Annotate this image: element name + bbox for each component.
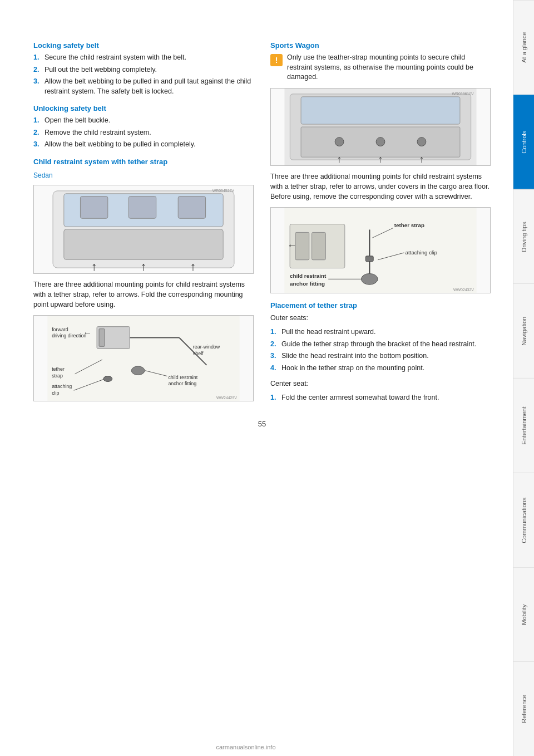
svg-text:tether: tether xyxy=(52,366,65,372)
svg-point-36 xyxy=(335,137,344,146)
sedan-diagram-top: ↑ ↑ ↑ WR054529V xyxy=(33,185,254,274)
svg-text:↑: ↑ xyxy=(141,259,147,273)
sidebar-tab-reference[interactable]: Reference xyxy=(513,661,534,756)
sidebar-tab-communications[interactable]: Communications xyxy=(513,473,534,567)
svg-text:child restraint: child restraint xyxy=(168,374,197,380)
sedan-heading: Sedan xyxy=(33,171,254,179)
sidebar-tab-at-a-glance[interactable]: At a glance xyxy=(513,0,534,95)
svg-text:WR054529V: WR054529V xyxy=(212,188,235,192)
svg-rect-10 xyxy=(47,316,239,401)
center-step-1: 1. Fold the center armrest somewhat towa… xyxy=(270,393,491,403)
wagon-diagram-bottom: ← tether strap attaching clip child rest… xyxy=(270,207,491,293)
left-column: Locking safety belt 1. Secure the child … xyxy=(33,33,254,409)
svg-rect-15 xyxy=(99,329,105,347)
locking-step-2: 2. Pull out the belt webbing completely. xyxy=(33,65,254,75)
locking-heading: Locking safety belt xyxy=(33,41,254,50)
outer-step-1: 1. Pull the head restraint upward. xyxy=(270,327,491,337)
svg-rect-3 xyxy=(128,196,156,218)
wagon-diagram-top: ↑ ↑ ↑ WR038610V xyxy=(270,88,491,166)
sports-wagon-note-text: Only use the teather-strap mounting poin… xyxy=(287,53,491,82)
svg-rect-4 xyxy=(178,196,205,218)
svg-text:clip: clip xyxy=(52,390,59,396)
svg-text:tether strap: tether strap xyxy=(394,222,424,228)
sidebar-tab-driving-tips[interactable]: Driving tips xyxy=(513,189,534,284)
sidebar: At a glance Controls Driving tips Naviga… xyxy=(513,0,534,756)
outer-seats-label: Outer seats: xyxy=(270,313,491,323)
svg-rect-2 xyxy=(80,196,107,218)
svg-text:←: ← xyxy=(287,240,297,251)
sidebar-tab-entertainment[interactable]: Entertainment xyxy=(513,378,534,473)
svg-text:↑: ↑ xyxy=(91,259,97,273)
svg-text:strap: strap xyxy=(52,372,63,378)
svg-text:↑: ↑ xyxy=(337,154,342,165)
svg-rect-45 xyxy=(295,232,309,259)
svg-text:↑: ↑ xyxy=(190,259,196,273)
outer-step-2: 2. Guide the tether strap through the br… xyxy=(270,340,491,350)
unlocking-step-3: 3. Allow the belt webbing to be pulled i… xyxy=(33,140,254,150)
unlocking-heading: Unlocking safety belt xyxy=(33,104,254,112)
watermark: carmanualsonline.info xyxy=(0,744,492,750)
svg-text:WR038610V: WR038610V xyxy=(452,91,474,95)
locking-step-1: 1. Secure the child restraint system wit… xyxy=(33,53,254,63)
svg-text:↑: ↑ xyxy=(419,154,424,165)
unlocking-step-2: 2. Remove the child restraint system. xyxy=(33,128,254,138)
svg-text:↑: ↑ xyxy=(378,154,383,165)
svg-text:←: ← xyxy=(83,327,92,337)
warning-icon: ! xyxy=(270,54,283,66)
svg-text:attaching: attaching xyxy=(52,384,72,389)
svg-text:WW24429V: WW24429V xyxy=(216,396,237,400)
svg-text:WW02432V: WW02432V xyxy=(453,288,474,292)
outer-seats-list: 1. Pull the head restraint upward. 2. Gu… xyxy=(270,327,491,373)
svg-rect-34 xyxy=(301,96,460,124)
svg-text:shelf: shelf xyxy=(193,351,204,356)
svg-point-37 xyxy=(376,137,385,146)
locking-step-3: 3. Allow the belt webbing to be pulled i… xyxy=(33,77,254,96)
sidebar-tab-navigation[interactable]: Navigation xyxy=(513,283,534,378)
sports-wagon-note-box: ! Only use the teather-strap mounting po… xyxy=(270,53,491,82)
svg-point-38 xyxy=(417,137,426,146)
svg-rect-53 xyxy=(365,256,373,262)
svg-rect-46 xyxy=(312,232,326,259)
sports-wagon-body-text: Three are three additional mounting poin… xyxy=(270,171,491,202)
svg-text:driving direction: driving direction xyxy=(52,333,86,338)
right-column: Sports Wagon ! Only use the teather-stra… xyxy=(270,33,491,409)
sidebar-tab-mobility[interactable]: Mobility xyxy=(513,567,534,662)
svg-text:attaching clip: attaching clip xyxy=(405,249,437,256)
svg-text:child restraint: child restraint xyxy=(290,273,327,279)
svg-text:anchor fitting: anchor fitting xyxy=(290,281,325,287)
center-seat-label: Center seat: xyxy=(270,379,491,389)
svg-point-24 xyxy=(103,376,112,381)
child-restraint-heading: Child restraint system with tether strap xyxy=(33,158,254,166)
svg-point-54 xyxy=(361,273,378,284)
sports-wagon-heading: Sports Wagon xyxy=(270,41,491,50)
locking-steps-list: 1. Secure the child restraint system wit… xyxy=(33,53,254,96)
svg-text:rear-window: rear-window xyxy=(193,344,220,350)
two-column-layout: Locking safety belt 1. Secure the child … xyxy=(33,33,491,409)
outer-step-3: 3. Slide the head restraint into the bot… xyxy=(270,351,491,361)
placement-heading: Placement of tether strap xyxy=(270,301,491,310)
unlocking-step-1: 1. Open the belt buckle. xyxy=(33,116,254,126)
unlocking-steps-list: 1. Open the belt buckle. 2. Remove the c… xyxy=(33,116,254,150)
sidebar-tab-controls[interactable]: Controls xyxy=(513,95,534,189)
page-number: 55 xyxy=(33,420,491,428)
main-content: Locking safety belt 1. Secure the child … xyxy=(0,0,513,756)
outer-step-4: 4. Hook in the tether strap on the mount… xyxy=(270,364,491,374)
svg-point-18 xyxy=(131,366,145,375)
svg-rect-5 xyxy=(64,229,223,259)
sedan-diagram-bottom: forward driving direction ← tether strap xyxy=(33,315,254,401)
svg-text:anchor fitting: anchor fitting xyxy=(168,381,196,386)
svg-text:forward: forward xyxy=(52,327,68,332)
sedan-body-text: There are three additional mounting poin… xyxy=(33,279,254,310)
center-seat-list: 1. Fold the center armrest somewhat towa… xyxy=(270,393,491,403)
